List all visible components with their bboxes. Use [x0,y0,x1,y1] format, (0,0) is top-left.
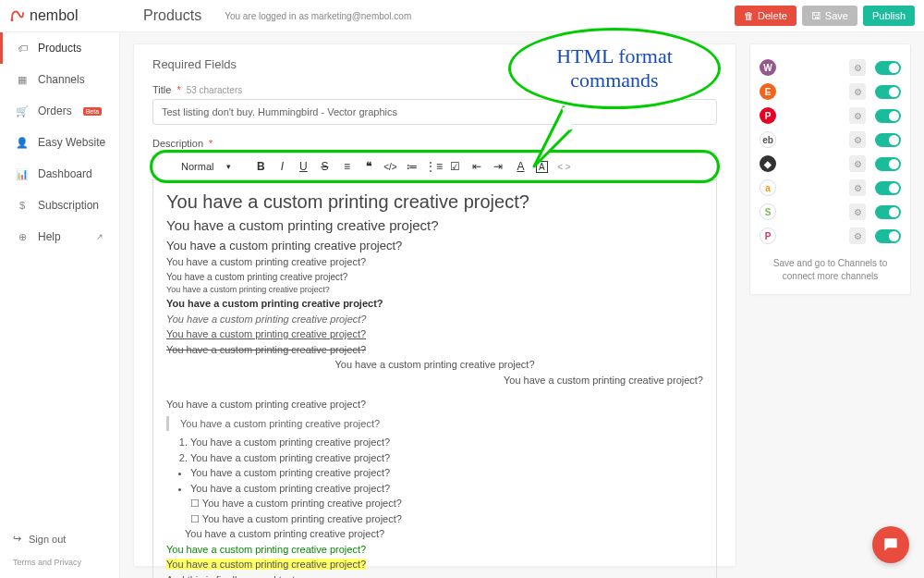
italic-button[interactable]: I [274,158,289,175]
delete-button[interactable]: 🗑Delete [735,6,796,26]
channel-toggle[interactable] [875,181,901,195]
required-mark: * [209,138,213,149]
align-button[interactable]: ≡ [339,158,354,175]
chat-button[interactable] [872,526,909,563]
channel-toggle[interactable] [875,109,901,123]
channel-settings-button[interactable]: ⚙ [849,155,866,172]
channel-row-etsy: E⚙ [760,80,901,104]
editor-line: You have a custom printing creative proj… [166,188,703,215]
editor-line: You have a custom printing creative proj… [166,397,703,412]
quote-button[interactable]: ❝ [361,158,376,175]
sidebar-footer: ↪Sign out Terms and Privacy [0,522,119,578]
channel-row-ebay: eb⚙ [760,128,901,152]
nav-dashboard[interactable]: 📊Dashboard [0,158,119,190]
title-input[interactable] [152,99,717,125]
bold-button[interactable]: B [253,158,268,175]
nav-products[interactable]: 🏷Products [0,32,119,64]
editor-ol: You have a custom printing creative proj… [190,435,703,465]
channel-toggle[interactable] [875,133,901,147]
channel-toggle[interactable] [875,61,901,75]
nav-subscription[interactable]: $Subscription [0,190,119,221]
channel-toggle[interactable] [875,157,901,171]
channel-settings-button[interactable]: ⚙ [849,203,866,220]
highlight-button[interactable]: A [534,158,549,175]
channel-settings-button[interactable]: ⚙ [849,179,866,196]
trash-icon: 🗑 [744,10,754,21]
tag-icon: 🏷 [16,43,29,54]
outdent-button[interactable]: ⇤ [469,158,484,175]
channel-toggle[interactable] [875,205,901,219]
nav: 🏷Products ▦Channels 🛒OrdersBeta 👤Easy We… [0,32,119,522]
nav-channels[interactable]: ▦Channels [0,64,119,95]
blank-icon: ◆ [760,155,776,172]
channel-settings-button[interactable]: ⚙ [849,107,866,124]
text-color-button[interactable]: A [513,158,528,175]
editor-line: You have a custom printing creative proj… [185,526,703,542]
save-icon: 🖫 [811,10,821,21]
required-mark: * [176,84,180,95]
source-button[interactable]: < > [556,158,571,175]
sidebar: 🏷Products ▦Channels 🛒OrdersBeta 👤Easy We… [0,32,120,578]
channel-settings-button[interactable]: ⚙ [849,59,866,76]
nav-orders[interactable]: 🛒OrdersBeta [0,95,119,127]
indent-button[interactable]: ⇥ [491,158,505,175]
woocommerce-icon: W [760,59,776,76]
editor-line: You have a custom printing creative proj… [166,284,703,297]
external-icon: ↗ [93,232,106,241]
logo[interactable]: nembol [9,7,116,24]
channel-row-prestashop: P⚙ [760,224,901,248]
user-icon: 👤 [16,137,29,149]
editor-line: You have a custom printing creative proj… [166,237,703,255]
underline-button[interactable]: U [296,158,310,175]
terms-link[interactable]: Terms and Privacy [13,558,106,567]
list-item: You have a custom printing creative proj… [190,481,703,497]
editor-line: You have a custom printing creative proj… [166,215,703,237]
login-info: You are logged in as marketing@nembol.co… [225,11,411,21]
editor-line: You have a custom printing creative proj… [166,559,366,570]
page-title: Products [143,7,201,24]
chevron-icon: ▾ [226,162,231,171]
editor-line: You have a custom printing creative proj… [166,326,703,342]
description-editor[interactable]: You have a custom printing creative proj… [152,180,717,578]
beta-badge: Beta [83,107,102,116]
strike-button[interactable]: S [317,158,332,175]
list-item: You have a custom printing creative proj… [190,450,703,466]
topbar: nembol Products You are logged in as mar… [0,0,924,32]
channels-note: Save and go to Channels to connect more … [760,257,901,283]
signout-link[interactable]: ↪Sign out [13,533,106,545]
editor-line: You have a custom printing creative proj… [166,342,703,358]
channel-toggle[interactable] [875,85,901,99]
nav-help[interactable]: ⊕Help↗ [0,221,119,252]
editor-final: And this is finally normal text [166,572,703,579]
amazon-icon: a [760,179,776,196]
editor-line: You have a custom printing creative proj… [166,373,703,388]
editor-line: You have a custom printing creative proj… [166,270,703,284]
chat-icon [881,535,900,554]
signout-icon: ↪ [13,533,21,545]
logo-icon [9,7,26,24]
dollar-icon: $ [16,200,29,211]
channel-row-woocommerce: W⚙ [760,55,901,80]
channel-settings-button[interactable]: ⚙ [849,228,866,244]
grid-icon: ▦ [16,74,29,86]
gauge-icon: 📊 [16,168,29,180]
publish-button[interactable]: Publish [863,6,915,26]
format-select[interactable]: Normal▾ [179,159,246,174]
channel-settings-button[interactable]: ⚙ [849,83,866,100]
channel-row-amazon: a⚙ [760,176,901,200]
channel-settings-button[interactable]: ⚙ [849,131,866,148]
code-button[interactable]: </> [383,158,397,175]
unordered-list-button[interactable]: ⋮≡ [426,158,441,175]
checklist-button[interactable]: ☑ [447,158,462,175]
channels-panel: W⚙E⚙P⚙eb⚙◆⚙a⚙S⚙P⚙ Save and go to Channel… [749,43,911,295]
ordered-list-button[interactable]: ≔ [405,158,419,175]
channel-toggle[interactable] [875,229,901,243]
editor-line: You have a custom printing creative proj… [166,542,703,558]
form-card: Required Fields Title*53 characters Desc… [133,43,736,567]
nav-easy-website[interactable]: 👤Easy Website [0,127,119,158]
channel-row-pinterest: P⚙ [760,104,901,128]
svg-point-0 [11,18,14,21]
section-title: Required Fields [152,57,717,71]
save-button[interactable]: 🖫Save [802,6,857,26]
shopify-icon: S [760,203,776,220]
